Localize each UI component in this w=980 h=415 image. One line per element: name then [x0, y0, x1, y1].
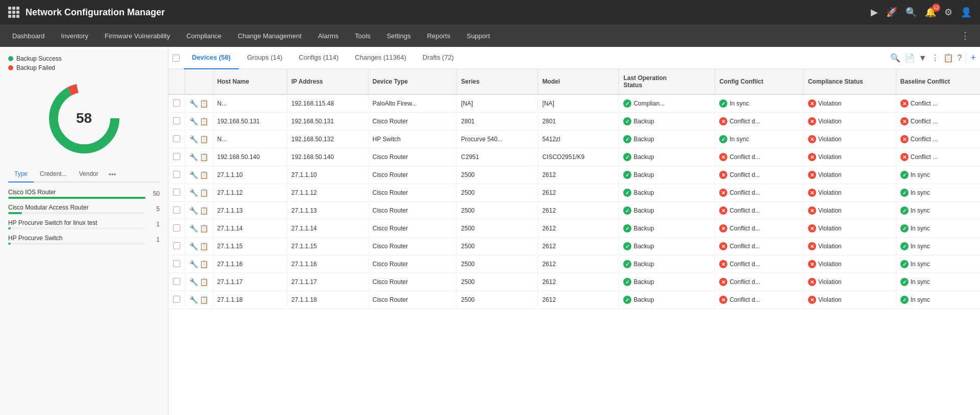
x-icon: ✕ [808, 135, 816, 143]
device-icons: 🔧 📋 [189, 206, 209, 215]
content-area: Devices (58) Groups (14) Configs (114) C… [168, 47, 980, 415]
x-icon: ✕ [808, 260, 816, 268]
notification-icon[interactable]: 🔔 12 [925, 7, 936, 18]
conflict-badge: ✕ Conflict ... [900, 117, 938, 125]
row-baseline: ✓ In sync [896, 238, 980, 255]
row-checkbox[interactable] [173, 153, 180, 160]
tab-devices[interactable]: Devices (58) [184, 47, 239, 69]
nav-reports[interactable]: Reports [419, 24, 459, 47]
x-icon: ✕ [719, 260, 727, 268]
settings-icon[interactable]: ⚙ [944, 7, 952, 18]
monitor-icon[interactable]: ▶ [871, 7, 878, 18]
select-all-checkbox[interactable] [173, 55, 180, 62]
col-last-operation[interactable]: Last OperationStatus [619, 69, 715, 94]
copy-icon[interactable]: 📋 [943, 53, 953, 63]
add-icon[interactable]: + [970, 53, 976, 63]
row-series: 2500 [457, 255, 538, 273]
row-checkbox-cell [168, 220, 185, 238]
device-config-icon: 📋 [200, 117, 209, 126]
row-checkbox[interactable] [173, 189, 180, 196]
row-hostname: 27.1.1.14 [213, 220, 287, 238]
row-last-op: ✓ Backup [619, 148, 715, 166]
in-sync-badge: ✓ In sync [900, 260, 930, 268]
col-config-conflict[interactable]: Config Conflict [715, 69, 804, 94]
nav-firmware[interactable]: Firmware Vulnerability [96, 24, 178, 47]
row-last-op: ✓ Backup [619, 166, 715, 184]
check-icon: ✓ [623, 189, 631, 197]
nav-compliance[interactable]: Compliance [178, 24, 230, 47]
nav-settings[interactable]: Settings [379, 24, 419, 47]
help-icon[interactable]: ? [958, 54, 962, 63]
sidebar-tab-more[interactable]: ••• [105, 167, 120, 181]
col-series[interactable]: Series [457, 69, 538, 94]
conflict-badge: ✕ Violation [808, 242, 842, 250]
nav-tools[interactable]: Tools [347, 24, 378, 47]
conflict-badge: ✕ Violation [808, 278, 842, 286]
row-checkbox[interactable] [173, 117, 180, 124]
col-compliance-status[interactable]: Compliance Status [803, 69, 896, 94]
rocket-icon[interactable]: 🚀 [886, 7, 897, 18]
row-hostname: 27.1.1.15 [213, 238, 287, 255]
row-compliance: ✕ Violation [803, 255, 896, 273]
row-checkbox[interactable] [173, 224, 180, 231]
row-icons-cell: 🔧 📋 [185, 255, 213, 273]
tab-drafts[interactable]: Drafts (72) [414, 47, 462, 69]
check-icon: ✓ [900, 242, 909, 250]
col-ip[interactable]: IP Address [287, 69, 368, 94]
sidebar-tab-credentials[interactable]: Credent... [34, 167, 73, 183]
row-compliance: ✕ Violation [803, 94, 896, 113]
row-checkbox[interactable] [173, 206, 180, 214]
nav-inventory[interactable]: Inventory [53, 24, 96, 47]
col-model[interactable]: Model [538, 69, 619, 94]
col-checkbox [168, 69, 185, 94]
search-icon[interactable]: 🔍 [905, 7, 917, 18]
in-sync-badge: ✓ In sync [900, 224, 930, 232]
tab-groups[interactable]: Groups (14) [239, 47, 290, 69]
check-icon: ✓ [623, 153, 631, 161]
tab-configs[interactable]: Configs (114) [290, 47, 347, 69]
grid-menu-icon[interactable] [8, 7, 19, 18]
row-device-type: Cisco Router [368, 166, 457, 184]
col-device-type[interactable]: Device Type [368, 69, 457, 94]
row-hostname: 27.1.1.18 [213, 291, 287, 309]
in-sync-badge: ✓ In sync [719, 135, 749, 143]
nav-more-button[interactable]: ⋮ [954, 30, 976, 41]
filter-icon[interactable]: ▼ [919, 54, 927, 63]
row-checkbox[interactable] [173, 260, 180, 267]
col-baseline-conflict[interactable]: Baseline Conflict [896, 69, 980, 94]
row-compliance: ✕ Violation [803, 184, 896, 202]
row-ip: 192.168.50.132 [287, 131, 368, 148]
row-series: 2500 [457, 273, 538, 291]
row-checkbox[interactable] [173, 171, 180, 178]
legend-dot-failed [8, 65, 13, 70]
row-checkbox[interactable] [173, 242, 180, 249]
check-icon: ✓ [623, 171, 631, 179]
sidebar-tab-type[interactable]: Type [8, 167, 34, 183]
row-hostname: N... [213, 131, 287, 148]
col-hostname[interactable]: Host Name [213, 69, 287, 94]
columns-icon[interactable]: ⋮ [931, 53, 939, 63]
row-checkbox[interactable] [173, 296, 180, 303]
row-checkbox[interactable] [173, 135, 180, 142]
device-config-icon: 📋 [200, 206, 209, 215]
row-icons-cell: 🔧 📋 [185, 131, 213, 148]
x-icon: ✕ [719, 278, 727, 286]
nav-alarms[interactable]: Alarms [310, 24, 347, 47]
sidebar-tab-vendor[interactable]: Vendor [73, 167, 105, 183]
row-checkbox[interactable] [173, 278, 180, 285]
nav-change[interactable]: Change Management [230, 24, 310, 47]
export-icon[interactable]: 📄 [904, 53, 915, 63]
row-baseline: ✕ Conflict ... [896, 94, 980, 113]
search-table-icon[interactable]: 🔍 [890, 53, 900, 63]
check-icon: ✓ [719, 135, 727, 143]
status-badge: ✓ Backup [623, 296, 654, 304]
tab-changes[interactable]: Changes (11364) [347, 47, 414, 69]
nav-dashboard[interactable]: Dashboard [4, 24, 53, 47]
row-checkbox[interactable] [173, 99, 180, 107]
conflict-badge: ✕ Conflict d... [719, 224, 760, 232]
row-model: 2612 [538, 255, 619, 273]
nav-support[interactable]: Support [458, 24, 498, 47]
user-icon[interactable]: 👤 [961, 7, 972, 18]
row-checkbox-cell [168, 202, 185, 220]
row-device-type: HP Switch [368, 131, 457, 148]
